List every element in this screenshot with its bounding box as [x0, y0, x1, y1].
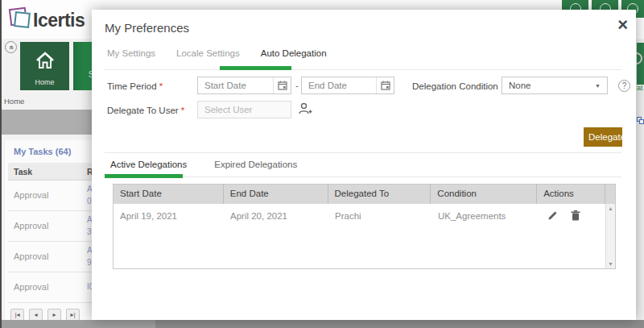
tile-circle-icon	[637, 52, 642, 64]
tab-active-delegations[interactable]: Active Delegations	[110, 160, 187, 169]
selected-value: None	[502, 81, 595, 90]
icertis-logo[interactable]: Icertis	[6, 6, 87, 34]
task-row: Approval A 9e	[8, 242, 92, 272]
start-date-input[interactable]	[198, 77, 273, 93]
task-type: Approval	[14, 251, 48, 261]
nav-tile-home-label: Home	[20, 78, 69, 86]
chevron-down-icon: ▼	[595, 83, 607, 89]
my-preferences-modal: My Preferences × My Settings Locale Sett…	[92, 10, 636, 320]
bottom-scrollbar-left[interactable]	[0, 320, 155, 328]
task-type: Approval	[14, 190, 48, 200]
delegations-table-body: April 19, 2021 April 20, 2021 Prachi UK_…	[114, 204, 615, 268]
screen: Icertis « Home S Home My Tasks (64) Task…	[0, 0, 644, 328]
col-actions: Actions	[537, 185, 605, 204]
preferences-tabs: My Settings Locale Settings Auto Delegat…	[107, 48, 327, 63]
time-period-label: Time Period *	[107, 81, 163, 91]
task-type: Approval	[14, 221, 48, 230]
select-user-input[interactable]	[198, 102, 291, 118]
page-banner	[0, 110, 92, 135]
bottom-scrollbar-right[interactable]	[155, 320, 644, 328]
nav-collapse-button[interactable]: «	[5, 41, 17, 53]
edit-icon[interactable]	[547, 210, 558, 222]
col-delegated-to: Delegated To	[328, 185, 431, 204]
window-left-edge	[0, 0, 2, 328]
required-asterisk: *	[159, 81, 163, 91]
col-end-date: End Date	[224, 185, 328, 204]
col-start-date: Start Date	[114, 185, 224, 204]
home-icon	[35, 52, 55, 69]
help-icon[interactable]: ?	[618, 80, 630, 92]
end-date-field	[301, 77, 394, 94]
logo-text: Icertis	[33, 10, 85, 31]
delegation-condition-label: Delegation Condition	[412, 81, 498, 91]
start-date-field	[197, 77, 291, 94]
scroll-down-icon[interactable]: ▼	[606, 261, 615, 267]
delegate-to-user-label: Delegate To User *	[107, 106, 184, 115]
active-delegations-underline	[105, 174, 183, 178]
required-asterisk: *	[181, 106, 184, 115]
cell-delegated-to: Prachi	[328, 204, 431, 222]
table-scrollbar[interactable]: ▲ ▼	[605, 204, 615, 268]
close-icon[interactable]: ×	[617, 13, 628, 37]
tab-expired-delegations[interactable]: Expired Delegations	[214, 160, 297, 169]
background-text-fragment: at	[637, 84, 643, 92]
breadcrumb[interactable]: Home	[4, 97, 24, 106]
date-range-separator: -	[295, 81, 299, 90]
background-green-tile-fragment	[637, 43, 644, 85]
delete-icon[interactable]	[571, 210, 580, 222]
end-date-input[interactable]	[302, 77, 376, 93]
scroll-up-icon[interactable]: ▲	[606, 206, 615, 211]
task-row: Approval A 07	[8, 181, 92, 211]
delegations-tabs: Active Delegations Expired Delegations	[110, 160, 297, 169]
logo-square-teal-icon	[14, 11, 31, 28]
task-row: Approval I0	[8, 272, 92, 303]
my-tasks-panel: My Tasks (64) Task R Approval A 07 Appro…	[5, 140, 92, 320]
cell-actions	[538, 204, 606, 222]
delegate-button[interactable]: Delegate	[584, 127, 622, 147]
delegation-condition-select[interactable]: None ▼	[502, 77, 608, 94]
chevron-collapse-icon: «	[6, 43, 17, 53]
my-tasks-table-header: Task R	[8, 163, 92, 181]
calendar-icon[interactable]	[376, 77, 394, 93]
task-type: Approval	[14, 282, 48, 292]
external-link-icon	[637, 117, 644, 125]
calendar-icon[interactable]	[273, 77, 291, 93]
col-scrollbar-spacer	[605, 185, 615, 204]
delegation-row: April 19, 2021 April 20, 2021 Prachi UK_…	[114, 204, 606, 222]
delegations-table-header: Start Date End Date Delegated To Conditi…	[114, 185, 615, 204]
task-row: Approval A 3f	[8, 211, 92, 242]
tab-locale-settings[interactable]: Locale Settings	[176, 48, 240, 63]
delegations-table: Start Date End Date Delegated To Conditi…	[113, 184, 616, 269]
tabs-divider	[105, 69, 621, 70]
col-condition: Condition	[431, 185, 537, 204]
tab-auto-delegation[interactable]: Auto Delegation	[261, 48, 327, 63]
select-user-field	[197, 101, 291, 118]
modal-title: My Preferences	[105, 21, 189, 35]
my-tasks-title: My Tasks (64)	[14, 147, 71, 156]
cell-start-date: April 19, 2021	[114, 204, 224, 222]
add-user-icon[interactable]	[298, 102, 312, 119]
nav-tile-home[interactable]: Home	[20, 42, 69, 90]
cell-condition: UK_Agreements	[431, 204, 538, 222]
section-divider	[105, 152, 621, 153]
tab-my-settings[interactable]: My Settings	[107, 48, 155, 63]
cell-end-date: April 20, 2021	[224, 204, 328, 222]
active-tab-underline	[220, 66, 291, 70]
